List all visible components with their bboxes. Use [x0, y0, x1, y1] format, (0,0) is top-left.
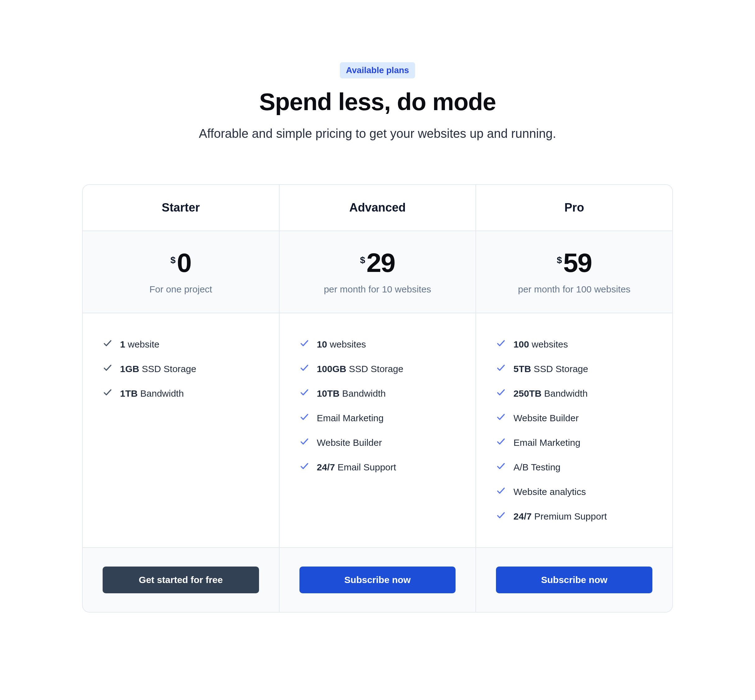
plan-cta-row: Subscribe now [279, 547, 476, 612]
feature-item: 100 websites [496, 332, 652, 356]
check-icon [496, 363, 506, 375]
check-icon [300, 338, 309, 350]
feature-item: 5TB SSD Storage [496, 356, 652, 381]
feature-item: Website Builder [300, 430, 456, 455]
feature-item: 1 website [103, 332, 259, 356]
feature-item: Email Marketing [300, 406, 456, 430]
feature-text: Email Marketing [317, 413, 384, 423]
plan-name: Pro [476, 185, 672, 231]
plan-name: Advanced [279, 185, 476, 231]
feature-text: 10 websites [317, 339, 366, 350]
price-amount: 29 [367, 249, 395, 276]
feature-text: 5TB SSD Storage [513, 364, 588, 374]
check-icon [300, 412, 309, 424]
feature-list: 10 websites100GB SSD Storage10TB Bandwid… [279, 313, 476, 547]
check-icon [496, 388, 506, 400]
feature-item: 24/7 Premium Support [496, 504, 652, 528]
check-icon [496, 436, 506, 448]
get-started-button[interactable]: Get started for free [103, 567, 259, 593]
feature-text: 100 websites [513, 339, 568, 350]
feature-item: 10TB Bandwidth [300, 381, 456, 406]
feature-text: 1GB SSD Storage [120, 364, 196, 374]
feature-text: 24/7 Email Support [317, 462, 396, 473]
feature-text: Website analytics [513, 487, 586, 497]
plan-price-box: $29per month for 10 websites [279, 231, 476, 313]
check-icon [496, 486, 506, 498]
feature-text: 1 website [120, 339, 159, 350]
feature-item: A/B Testing [496, 455, 652, 480]
feature-text: A/B Testing [513, 462, 560, 473]
price-description: For one project [89, 284, 273, 295]
currency-symbol: $ [557, 255, 562, 266]
page-title: Spend less, do mode [82, 88, 673, 116]
price-amount: 0 [177, 249, 191, 276]
check-icon [496, 412, 506, 424]
plan-price-box: $59per month for 100 websites [476, 231, 672, 313]
check-icon [496, 338, 506, 350]
feature-item: Website analytics [496, 480, 652, 504]
feature-text: 1TB Bandwidth [120, 388, 184, 399]
plan-cta-row: Get started for free [83, 547, 279, 612]
check-icon [300, 363, 309, 375]
feature-text: 24/7 Premium Support [513, 511, 607, 522]
feature-item: 24/7 Email Support [300, 455, 456, 480]
feature-text: 250TB Bandwidth [513, 388, 587, 399]
price-description: per month for 100 websites [482, 284, 666, 295]
subscribe-button[interactable]: Subscribe now [496, 567, 652, 593]
subscribe-button[interactable]: Subscribe now [300, 567, 456, 593]
feature-item: 1GB SSD Storage [103, 356, 259, 381]
feature-item: 1TB Bandwidth [103, 381, 259, 406]
feature-item: 250TB Bandwidth [496, 381, 652, 406]
plans-badge: Available plans [340, 62, 415, 78]
pricing-table: Starter$0For one project1 website1GB SSD… [82, 184, 673, 612]
plan-column-starter: Starter$0For one project1 website1GB SSD… [83, 185, 279, 612]
feature-item: 100GB SSD Storage [300, 356, 456, 381]
feature-list: 100 websites5TB SSD Storage250TB Bandwid… [476, 313, 672, 547]
plan-name: Starter [83, 185, 279, 231]
feature-item: 10 websites [300, 332, 456, 356]
feature-item: Website Builder [496, 406, 652, 430]
check-icon [103, 363, 112, 375]
page-subtitle: Afforable and simple pricing to get your… [82, 127, 673, 141]
price-description: per month for 10 websites [286, 284, 470, 295]
plan-column-advanced: Advanced$29per month for 10 websites10 w… [279, 185, 476, 612]
plan-column-pro: Pro$59per month for 100 websites100 webs… [476, 185, 672, 612]
check-icon [496, 461, 506, 473]
currency-symbol: $ [170, 255, 176, 266]
feature-text: Website Builder [513, 413, 579, 423]
check-icon [103, 388, 112, 400]
feature-text: Website Builder [317, 438, 382, 448]
currency-symbol: $ [360, 255, 365, 266]
pricing-header: Available plans Spend less, do mode Affo… [82, 62, 673, 141]
price-amount: 59 [563, 249, 592, 276]
check-icon [300, 388, 309, 400]
plan-cta-row: Subscribe now [476, 547, 672, 612]
feature-text: Email Marketing [513, 438, 580, 448]
check-icon [103, 338, 112, 350]
feature-list: 1 website1GB SSD Storage1TB Bandwidth [83, 313, 279, 547]
feature-text: 100GB SSD Storage [317, 364, 404, 374]
check-icon [300, 461, 309, 473]
feature-item: Email Marketing [496, 430, 652, 455]
check-icon [300, 436, 309, 448]
check-icon [496, 510, 506, 522]
feature-text: 10TB Bandwidth [317, 388, 386, 399]
plan-price-box: $0For one project [83, 231, 279, 313]
